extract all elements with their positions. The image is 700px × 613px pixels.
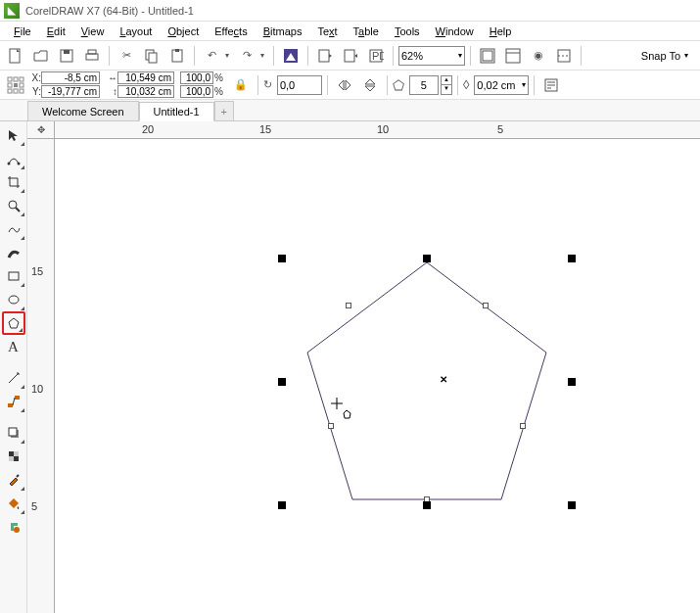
chevron-down-icon: ▾ [522, 80, 526, 89]
ruler-origin-icon[interactable]: ✥ [27, 121, 55, 139]
svg-rect-24 [14, 83, 18, 87]
tab-document[interactable]: Untitled-1 [139, 102, 214, 121]
polygon-tool[interactable] [2, 311, 25, 335]
selection-handle[interactable] [423, 501, 431, 509]
svg-text:PDF: PDF [372, 50, 384, 62]
print-button[interactable] [80, 44, 104, 68]
crop-tool[interactable] [2, 170, 25, 194]
show-grid-button[interactable]: ◉ [527, 44, 550, 68]
pick-tool[interactable] [2, 123, 25, 147]
zoom-tool[interactable] [2, 194, 25, 217]
drawing-canvas[interactable]: ✕ [55, 139, 700, 613]
svg-point-51 [14, 527, 20, 533]
freehand-tool[interactable] [2, 217, 25, 241]
mirror-horizontal-button[interactable] [333, 73, 356, 97]
selection-handle[interactable] [568, 378, 576, 386]
scale-y-input[interactable] [180, 85, 213, 98]
show-guidelines-button[interactable] [552, 44, 576, 68]
show-rulers-button[interactable] [501, 44, 525, 68]
x-position-input[interactable] [41, 71, 100, 84]
ellipse-tool[interactable] [2, 288, 25, 311]
interactive-fill-tool[interactable] [2, 492, 25, 515]
rectangle-tool[interactable] [2, 264, 25, 288]
tab-add-button[interactable]: + [214, 101, 234, 120]
svg-marker-55 [344, 410, 350, 418]
selection-handle[interactable] [278, 501, 286, 509]
menu-tools[interactable]: Tools [387, 24, 428, 39]
menu-effects[interactable]: Effects [207, 24, 255, 39]
publish-pdf-button[interactable]: PDF [364, 44, 388, 68]
selection-handle[interactable] [278, 255, 286, 262]
fullscreen-preview-button[interactable] [476, 44, 499, 68]
polygon-icon: ⬠ [393, 77, 404, 93]
import-button[interactable] [313, 44, 337, 68]
menu-text[interactable]: Text [309, 24, 345, 39]
width-input[interactable] [117, 71, 174, 84]
snap-to-dropdown[interactable]: Snap To▾ [633, 50, 696, 62]
node-handle[interactable] [328, 423, 334, 429]
shape-tool[interactable] [2, 147, 25, 170]
eyedropper-tool[interactable] [2, 468, 25, 492]
new-button[interactable] [4, 44, 27, 68]
polygon-sides-input[interactable] [409, 75, 439, 95]
rotation-input[interactable] [277, 75, 322, 95]
menu-object[interactable]: Object [160, 24, 207, 39]
height-input[interactable] [117, 85, 174, 98]
height-icon: ↕ [106, 86, 117, 97]
node-handle[interactable] [520, 423, 526, 429]
menu-help[interactable]: Help [482, 24, 520, 39]
drop-shadow-tool[interactable] [2, 421, 25, 445]
tab-welcome[interactable]: Welcome Screen [27, 101, 139, 120]
dimension-tool[interactable] [2, 366, 25, 390]
selection-handle[interactable] [568, 255, 576, 262]
selection-handle[interactable] [278, 378, 286, 386]
redo-dropdown-icon[interactable]: ▾ [260, 51, 268, 60]
selection-handle[interactable] [568, 501, 576, 509]
node-handle[interactable] [346, 303, 351, 308]
svg-rect-27 [14, 89, 18, 93]
menu-table[interactable]: Table [346, 24, 387, 39]
search-content-button[interactable] [279, 44, 303, 68]
window-title: CorelDRAW X7 (64-Bit) - Untitled-1 [25, 5, 194, 17]
menu-bitmaps[interactable]: Bitmaps [256, 24, 310, 39]
width-icon: ↔ [106, 72, 117, 83]
node-handle[interactable] [483, 303, 489, 308]
vertical-ruler[interactable]: 15 10 5 [27, 139, 55, 613]
menu-layout[interactable]: Layout [112, 24, 160, 39]
y-position-input[interactable] [41, 85, 100, 98]
artistic-media-tool[interactable] [2, 241, 25, 264]
undo-button[interactable]: ↶ [200, 44, 223, 68]
open-button[interactable] [29, 44, 53, 68]
transparency-tool[interactable] [2, 445, 25, 468]
sides-spinner[interactable]: ▲▼ [441, 75, 452, 95]
selection-handle[interactable] [423, 255, 431, 262]
ruler-tick: 20 [142, 123, 154, 135]
menu-file[interactable]: File [6, 24, 39, 39]
wrap-text-button[interactable] [539, 73, 563, 97]
undo-dropdown-icon[interactable]: ▾ [225, 51, 233, 60]
text-tool[interactable]: A [2, 335, 25, 358]
cut-button[interactable]: ✂ [115, 44, 138, 68]
object-origin-button[interactable] [4, 73, 27, 97]
lock-ratio-button[interactable]: 🔒 [229, 73, 253, 97]
export-button[interactable] [339, 44, 362, 68]
separator [387, 75, 388, 95]
redo-button[interactable]: ↷ [235, 44, 258, 68]
scale-x-input[interactable] [180, 71, 213, 84]
menu-view[interactable]: View [73, 24, 113, 39]
outline-width-select[interactable]: 0,02 cm▾ [474, 75, 529, 95]
pentagon-object[interactable] [290, 255, 564, 509]
connector-tool[interactable] [2, 390, 25, 413]
svg-rect-45 [9, 428, 17, 436]
copy-button[interactable] [140, 44, 163, 68]
horizontal-ruler[interactable]: 20 15 10 5 [55, 121, 700, 139]
separator [273, 46, 274, 66]
paste-button[interactable] [165, 44, 189, 68]
mirror-vertical-button[interactable] [358, 73, 382, 97]
menu-window[interactable]: Window [428, 24, 482, 39]
save-button[interactable] [55, 44, 78, 68]
menu-edit[interactable]: Edit [39, 24, 73, 39]
smart-fill-tool[interactable] [2, 515, 25, 539]
zoom-level-select[interactable]: 62%▾ [398, 46, 465, 66]
svg-rect-21 [14, 77, 18, 81]
